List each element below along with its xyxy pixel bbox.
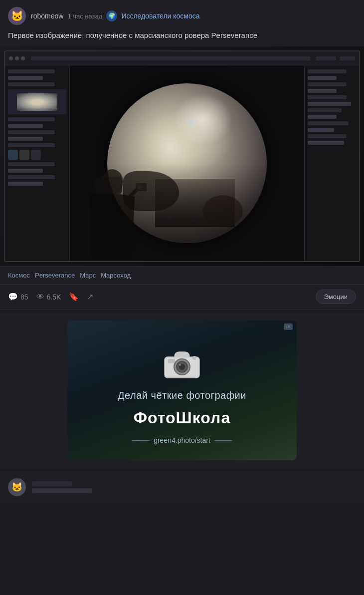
ad-badge[interactable]: i× <box>284 323 293 330</box>
svg-point-10 <box>192 356 196 360</box>
monitor-left-panel <box>5 65 70 261</box>
svg-rect-9 <box>168 359 175 363</box>
post-image <box>0 46 364 266</box>
ad-tagline: Делай чёткие фотографии <box>67 390 297 406</box>
tag-marsohod[interactable]: Марсоход <box>101 272 131 279</box>
community-icon: 🌍 <box>106 10 117 21</box>
tag-cosmos[interactable]: Космос <box>8 272 30 279</box>
ad-brand: ФотоШкола <box>67 406 297 432</box>
dot-2 <box>15 56 19 60</box>
svg-rect-1 <box>95 177 122 194</box>
monitor-content <box>5 65 359 261</box>
svg-point-8 <box>179 364 181 366</box>
ad-url: —— green4.photo/start —— <box>67 432 297 460</box>
post-time: 1 час назад <box>67 12 102 20</box>
svg-point-3 <box>137 185 142 190</box>
next-post-avatar: 🐱 <box>8 478 26 496</box>
next-post-meta <box>32 481 92 493</box>
ad-inner[interactable]: i× Делай чёткие фотографии ФотоШкола <box>67 320 297 460</box>
dot-1 <box>9 56 13 60</box>
ad-top-bar: i× <box>67 320 297 333</box>
post-title: Первое изображение, полученное с марсиан… <box>0 30 364 46</box>
monitor-topbar <box>5 51 359 65</box>
views-count: 👁 6.5K <box>36 293 61 301</box>
share-button[interactable]: ↗ <box>87 292 93 301</box>
post-header: 🐱 robomeow 1 час назад 🌍 Исследователи к… <box>0 0 364 30</box>
dot-3 <box>21 56 25 60</box>
ad-camera-icon <box>67 333 297 390</box>
next-post-card: 🐱 <box>0 471 364 503</box>
tag-mars[interactable]: Марс <box>80 272 96 279</box>
share-icon: ↗ <box>87 292 93 301</box>
emotion-button[interactable]: Эмоции <box>316 290 356 304</box>
eye-icon: 👁 <box>36 293 44 301</box>
ad-card: i× Делай чёткие фотографии ФотоШкола <box>0 312 364 468</box>
monitor-frame <box>4 50 360 262</box>
person-silhouette <box>80 164 150 261</box>
monitor-right-panel <box>304 65 359 261</box>
dash-left: —— <box>132 435 150 445</box>
comments-count[interactable]: 💬 85 <box>8 292 28 301</box>
bookmark-icon: 🔖 <box>69 292 79 301</box>
dash-right: —— <box>214 435 232 445</box>
tags-section: Космос Perseverance Марс Марсоход <box>0 266 364 284</box>
post-meta: robomeow 1 час назад 🌍 Исследователи кос… <box>31 10 356 21</box>
post-footer: 💬 85 👁 6.5K 🔖 ↗ Эмоции <box>0 284 364 309</box>
author-name[interactable]: robomeow <box>31 12 63 20</box>
community-name[interactable]: Исследователи космоса <box>121 12 199 20</box>
monitor-main-canvas <box>70 65 304 261</box>
avatar[interactable]: 🐱 <box>8 7 26 25</box>
tag-perseverance[interactable]: Perseverance <box>35 272 75 279</box>
thumbnail <box>8 89 66 114</box>
save-button[interactable]: 🔖 <box>69 292 79 301</box>
comment-icon: 💬 <box>8 292 18 301</box>
post-card: 🐱 robomeow 1 час назад 🌍 Исследователи к… <box>0 0 364 309</box>
